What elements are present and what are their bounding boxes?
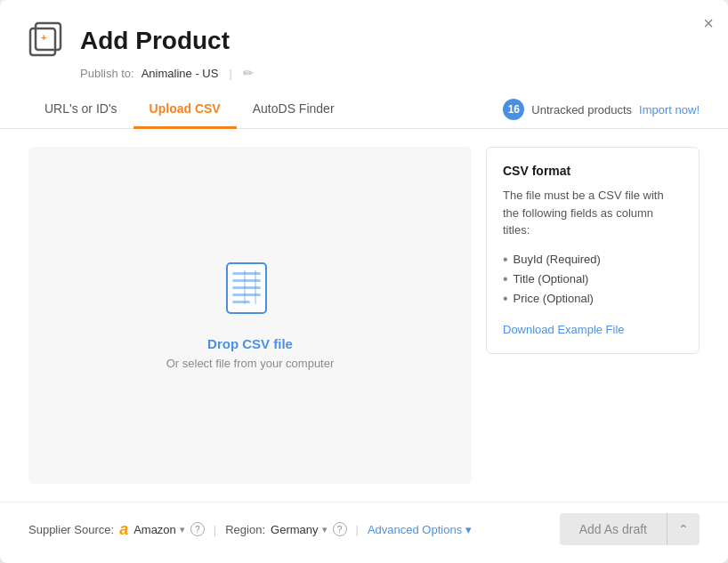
tab-urls[interactable]: URL's or ID's [28, 91, 133, 129]
drop-csv-link[interactable]: Drop CSV file [207, 336, 293, 351]
modal-header: + Add Product Publish to: Animaline - US… [0, 0, 728, 80]
footer-bar: Supplier Source: a Amazon ▾ ? | Region: … [0, 502, 728, 563]
svg-text:+: + [41, 32, 46, 43]
svg-rect-5 [232, 279, 261, 282]
tab-autods-finder[interactable]: AutoDS Finder [237, 91, 351, 129]
csv-info-box: CSV format The file must be a CSV file w… [486, 147, 700, 354]
csv-field-title: Title (Optional) [503, 269, 683, 289]
modal-body: Drop CSV file Or select file from your c… [0, 129, 728, 502]
tab-bar: URL's or ID's Upload CSV AutoDS Finder [28, 91, 351, 128]
region-select[interactable]: Germany ▾ [271, 523, 327, 536]
drop-zone[interactable]: Drop CSV file Or select file from your c… [28, 147, 472, 484]
csv-field-buyid: BuyId (Required) [503, 250, 683, 269]
csv-fields-list: BuyId (Required) Title (Optional) Price … [503, 250, 683, 309]
region-help-icon[interactable]: ? [333, 522, 347, 536]
supplier-chevron-icon: ▾ [180, 524, 185, 535]
svg-rect-8 [232, 301, 250, 303]
store-name: Animaline - US [142, 67, 219, 80]
pipe-divider: | [229, 67, 231, 80]
edit-icon[interactable]: ✏ [243, 66, 254, 80]
supplier-label: Supplier Source: [28, 523, 114, 536]
supplier-help-icon[interactable]: ? [190, 522, 205, 536]
drop-sub-text: Or select file from your computer [166, 357, 335, 370]
import-now-link[interactable]: Import now! [639, 103, 700, 117]
supplier-name: Amazon [133, 523, 176, 536]
region-name: Germany [271, 523, 318, 536]
svg-rect-1 [36, 23, 61, 50]
svg-rect-6 [232, 286, 261, 289]
expand-button[interactable]: ⌃ [667, 513, 700, 545]
csv-field-price: Price (Optional) [503, 289, 683, 309]
page-title: Add Product [80, 27, 230, 55]
csv-format-desc: The file must be a CSV file with the fol… [503, 187, 683, 239]
svg-rect-7 [232, 294, 261, 296]
advanced-options-chevron-icon: ▾ [465, 523, 472, 536]
publish-to-label: Publish to: [80, 67, 134, 80]
svg-rect-4 [232, 272, 261, 275]
advanced-options-toggle[interactable]: Advanced Options ▾ [368, 523, 472, 536]
download-example-link[interactable]: Download Example File [503, 323, 625, 336]
csv-file-icon [223, 261, 277, 324]
expand-icon: ⌃ [678, 522, 689, 536]
supplier-row: Supplier Source: a Amazon ▾ ? | Region: … [28, 520, 560, 539]
modal-dialog: × + Add Product Publish to: Animaline - … [0, 0, 728, 563]
footer-actions: Add As draft ⌃ [560, 513, 700, 545]
tabs-row: URL's or ID's Upload CSV AutoDS Finder 1… [0, 91, 728, 129]
amazon-logo-icon: a [119, 520, 128, 539]
publish-row: Publish to: Animaline - US | ✏ [80, 66, 700, 80]
region-label: Region: [225, 523, 265, 536]
supplier-select[interactable]: Amazon ▾ [133, 523, 185, 536]
tab-upload-csv[interactable]: Upload CSV [133, 91, 237, 129]
divider-1: | [214, 523, 216, 536]
divider-2: | [356, 523, 359, 536]
advanced-options-label: Advanced Options [368, 523, 462, 536]
close-button[interactable]: × [703, 14, 714, 32]
title-row: + Add Product [28, 21, 700, 60]
region-chevron-icon: ▾ [322, 524, 328, 535]
untracked-label: Untracked products [531, 103, 632, 117]
untracked-count: 16 [503, 99, 524, 120]
app-logo-icon: + [28, 21, 68, 60]
untracked-badge: 16 Untracked products Import now! [503, 99, 700, 120]
csv-format-title: CSV format [503, 164, 683, 178]
add-as-draft-button[interactable]: Add As draft [560, 513, 667, 545]
